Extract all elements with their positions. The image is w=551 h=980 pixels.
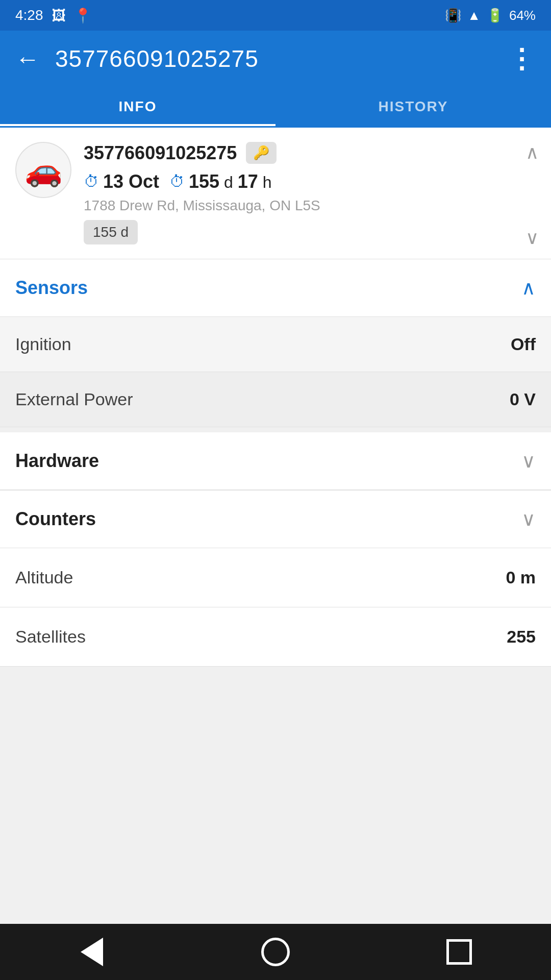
menu-button[interactable]: ⋮ <box>508 45 536 72</box>
altitude-row: Altitude 0 m <box>0 548 551 607</box>
ignition-label: Ignition <box>15 334 71 354</box>
device-date: 13 Oct <box>103 171 159 192</box>
counters-section-header[interactable]: Counters ∨ <box>0 491 551 548</box>
device-duration: 155 d 17 h <box>189 171 271 192</box>
device-id-row: 357766091025275 🔑 <box>84 142 536 164</box>
divider-1 <box>0 427 551 432</box>
satellites-label: Satellites <box>15 627 86 647</box>
tabs-container: INFO HISTORY <box>0 87 551 128</box>
hardware-chevron-down-icon: ∨ <box>521 450 536 472</box>
counters-title: Counters <box>15 508 96 530</box>
status-left: 4:28 🖼 📍 <box>15 7 92 24</box>
duration-clock-icon: ⏱ <box>169 173 185 190</box>
car-icon: 🚗 <box>24 152 63 188</box>
wifi-icon: ▲ <box>467 8 481 23</box>
empty-space <box>0 667 551 820</box>
nav-recents-button[interactable] <box>439 932 480 972</box>
sensors-chevron-up-icon: ∧ <box>521 277 536 299</box>
ignition-row: Ignition Off <box>0 317 551 372</box>
status-right: 📳 ▲ 🔋 64% <box>445 8 536 23</box>
photo-icon: 🖼 <box>52 7 66 24</box>
date-clock-icon: ⏱ <box>84 173 99 190</box>
device-id: 357766091025275 <box>84 142 237 164</box>
device-address: 1788 Drew Rd, Mississauga, ON L5S <box>84 198 536 214</box>
hardware-title: Hardware <box>15 450 99 472</box>
satellites-row: Satellites 255 <box>0 607 551 667</box>
key-badge: 🔑 <box>246 142 277 164</box>
back-button[interactable]: ← <box>15 45 40 73</box>
recents-icon <box>446 939 472 965</box>
tab-info[interactable]: INFO <box>0 87 276 126</box>
device-date-row: ⏱ 13 Oct ⏱ 155 d 17 h <box>84 171 536 192</box>
home-icon <box>261 938 290 966</box>
external-power-row: External Power 0 V <box>0 372 551 427</box>
altitude-value: 0 m <box>506 568 536 587</box>
key-icon: 🔑 <box>253 145 269 161</box>
battery-icon: 🔋 <box>487 8 503 23</box>
nav-back-button[interactable] <box>71 932 112 972</box>
altitude-label: Altitude <box>15 568 73 587</box>
external-power-value: 0 V <box>510 389 536 409</box>
time-display: 4:28 <box>15 7 43 23</box>
sensors-section-header[interactable]: Sensors ∧ <box>0 259 551 317</box>
sensors-title: Sensors <box>15 277 88 299</box>
satellites-value: 255 <box>507 627 536 647</box>
back-icon <box>81 938 103 966</box>
page-title: 357766091025275 <box>55 45 493 72</box>
device-avatar: 🚗 <box>15 142 71 198</box>
duration-item: ⏱ 155 d 17 h <box>169 171 271 192</box>
battery-percent: 64% <box>509 8 536 23</box>
ignition-value: Off <box>511 334 536 354</box>
collapse-card-button[interactable]: ∧ <box>525 142 539 163</box>
location-icon: 📍 <box>74 7 92 24</box>
date-item: ⏱ 13 Oct <box>84 171 159 192</box>
nav-home-button[interactable] <box>255 932 296 972</box>
counters-chevron-down-icon: ∨ <box>521 508 536 530</box>
app-bar: ← 357766091025275 ⋮ <box>0 31 551 87</box>
status-bar: 4:28 🖼 📍 📳 ▲ 🔋 64% <box>0 0 551 31</box>
external-power-label: External Power <box>15 389 133 409</box>
expand-card-button[interactable]: ∨ <box>525 227 539 249</box>
hardware-section-header[interactable]: Hardware ∨ <box>0 432 551 490</box>
vibrate-icon: 📳 <box>445 8 461 23</box>
device-card: 🚗 357766091025275 🔑 ⏱ 13 Oct ⏱ 155 d 17 <box>0 128 551 259</box>
tab-history[interactable]: HISTORY <box>276 87 551 126</box>
device-info: 357766091025275 🔑 ⏱ 13 Oct ⏱ 155 d 17 h <box>84 142 536 244</box>
days-badge: 155 d <box>84 220 138 244</box>
bottom-navigation <box>0 924 551 980</box>
